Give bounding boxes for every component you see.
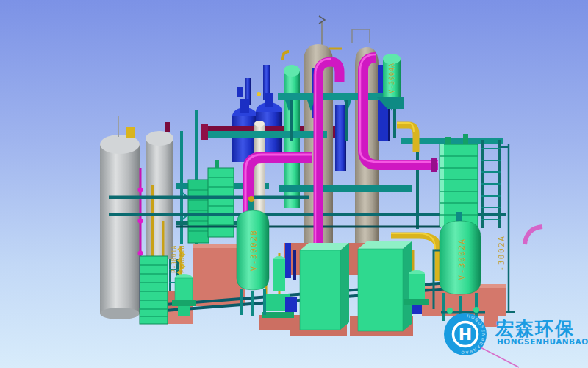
tank-top-fitting [126, 127, 135, 138]
vessel-center-tag: V-3002B [249, 230, 259, 272]
frame-rungs [481, 149, 501, 219]
pump-motor [285, 297, 297, 312]
vent-lines [319, 16, 370, 49]
pump-left-a-tag: P-3001A [171, 245, 178, 273]
company-name-en: HONGSENHUANBAO [497, 337, 588, 346]
tank-top-valve [165, 122, 170, 132]
vessel-right-tag: V-3002A [457, 238, 467, 280]
magenta-elbow-far-right [525, 227, 542, 244]
pipe-flange [431, 158, 437, 172]
lower-deck [279, 185, 412, 192]
plant-scene: V-3002B V-3002A -3002A V-3004A P-3001A P… [0, 0, 588, 368]
green-box-1 [300, 250, 340, 330]
company-watermark: HONGSENHUANBAO H 宏森环保 HONGSENHUANBAO [444, 313, 588, 367]
plant-3d-render: V-3002B V-3002A -3002A V-3004A P-3001A P… [0, 0, 588, 368]
small-exchanger-left [140, 256, 168, 324]
gold-elbow [282, 52, 289, 60]
logo-monogram-h: H [459, 325, 472, 344]
green-box-2 [358, 249, 403, 331]
vessel-right-outer-tag: -3002A [497, 236, 506, 272]
storage-tank-1 [100, 144, 140, 314]
vessel-v3002b: V-3002B [237, 196, 269, 316]
company-name-cn: 宏森环保 [495, 318, 575, 339]
drum-top-tag: V-3004A [388, 63, 395, 93]
pump-left-b-tag: P-3001B [179, 245, 186, 273]
